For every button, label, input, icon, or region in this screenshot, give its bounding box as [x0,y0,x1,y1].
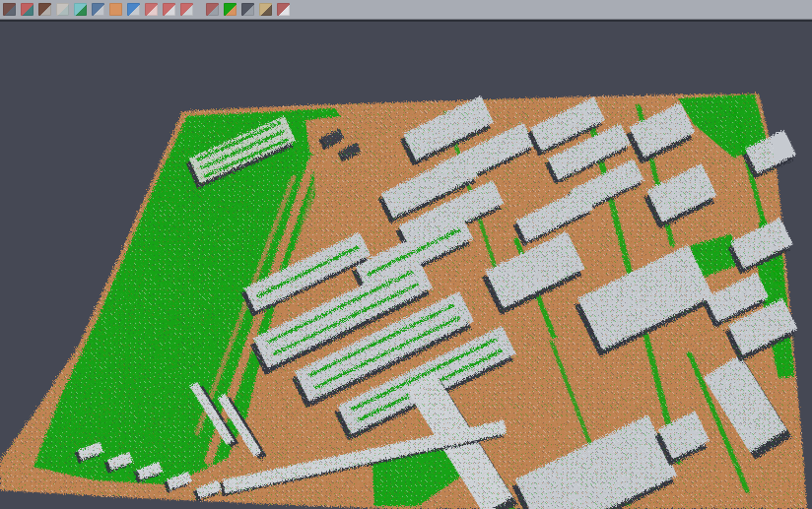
terrain-shade-icon [74,3,87,16]
profile-view-icon [92,3,104,16]
toolbar-button-image-overlay[interactable] [20,2,34,17]
toolbar-button-shaded-sphere[interactable] [240,2,255,17]
extra-tool-icon [277,3,290,16]
point-cloud-render [0,22,812,509]
point-cloud-viewer-window [0,0,812,509]
classification-colors-icon [224,3,237,16]
toolbar-button-grid-checker[interactable] [205,2,220,17]
point-display-icon [3,3,16,16]
toolbar-button-terrain-shade[interactable] [73,2,88,17]
toolbar-button-classification-colors[interactable] [223,2,237,17]
toolbar [0,0,812,20]
toolbar-separator [197,2,205,17]
layer-list-icon [145,3,158,16]
globe-3d-icon [127,3,140,16]
toolbar-button-globe-3d[interactable] [126,2,141,17]
shaded-sphere-icon [241,3,254,16]
measure-crop-icon [259,3,272,16]
toolbar-button-tin-surface[interactable] [37,2,52,17]
contours-icon [56,3,69,16]
toolbar-button-extra-tool[interactable] [276,2,291,17]
toolbar-button-target-ring[interactable] [162,2,176,17]
ortho-view-icon [109,3,122,16]
toolbar-button-ortho-view[interactable] [108,2,123,17]
toolbar-button-layer-list[interactable] [144,2,159,17]
toolbar-button-select-extent[interactable] [179,2,194,17]
toolbar-button-point-display[interactable] [2,2,17,17]
3d-viewport[interactable] [0,22,812,509]
toolbar-button-measure-crop[interactable] [258,2,273,17]
toolbar-button-profile-view[interactable] [91,2,105,17]
image-overlay-icon [21,3,34,16]
tin-surface-icon [38,3,51,16]
grid-checker-icon [206,3,219,16]
select-extent-icon [180,3,193,16]
target-ring-icon [163,3,175,16]
toolbar-button-contours[interactable] [55,2,70,17]
